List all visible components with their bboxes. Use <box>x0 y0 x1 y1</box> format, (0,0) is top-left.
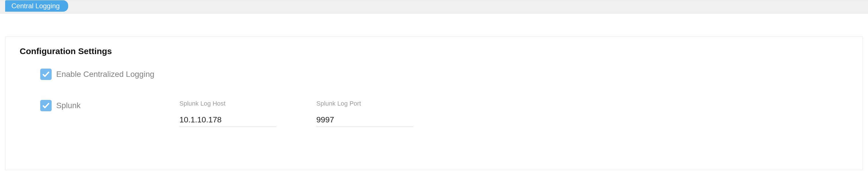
topbar: Central Logging <box>0 0 868 14</box>
enable-centralized-logging-checkbox[interactable] <box>40 69 52 80</box>
enable-centralized-logging-label: Enable Centralized Logging <box>56 70 154 79</box>
enable-centralized-logging-block: Enable Centralized Logging <box>20 69 154 80</box>
section-heading: Configuration Settings <box>20 46 848 56</box>
splunk-label: Splunk <box>56 101 81 110</box>
row-splunk: Splunk Splunk Log Host Splunk Log Port <box>20 100 848 127</box>
config-card: Configuration Settings Enable Centralize… <box>5 36 863 170</box>
splunk-port-input[interactable] <box>316 114 413 127</box>
check-icon <box>42 70 50 78</box>
splunk-host-input[interactable] <box>179 114 276 127</box>
splunk-host-field: Splunk Log Host <box>179 100 276 127</box>
splunk-block: Splunk <box>20 100 151 111</box>
check-icon <box>42 102 50 110</box>
splunk-port-field: Splunk Log Port <box>316 100 413 127</box>
tab-central-logging[interactable]: Central Logging <box>5 0 68 12</box>
row-enable-centralized-logging: Enable Centralized Logging <box>20 69 848 80</box>
splunk-checkbox[interactable] <box>40 100 52 111</box>
splunk-port-label: Splunk Log Port <box>316 100 413 107</box>
splunk-host-label: Splunk Log Host <box>179 100 276 107</box>
card-wrap: Configuration Settings Enable Centralize… <box>0 14 868 170</box>
tab-label: Central Logging <box>11 2 60 10</box>
